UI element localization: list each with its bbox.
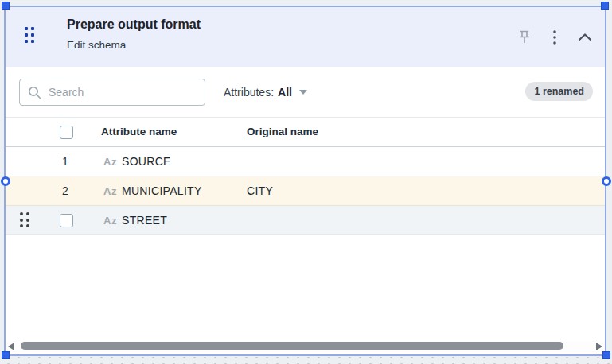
panel-header[interactable]: Prepare output format Edit schema [6, 7, 605, 67]
scroll-left-arrow[interactable] [8, 343, 14, 350]
prepare-output-format-panel: Prepare output format Edit schema [4, 6, 606, 356]
collapse-chevron-icon[interactable] [576, 29, 594, 46]
row-number: 1 [57, 155, 73, 168]
string-type-icon: Az [103, 215, 117, 227]
string-type-icon: Az [103, 185, 117, 197]
output-port[interactable] [602, 176, 611, 186]
kebab-menu-icon[interactable] [546, 29, 563, 46]
attributes-filter-label: Attributes: [224, 86, 274, 99]
string-type-icon: Az [103, 156, 117, 168]
select-all-checkbox[interactable] [60, 126, 73, 139]
input-port[interactable] [1, 176, 10, 186]
table-row-hovered[interactable]: Az STREET [6, 206, 605, 235]
table-row-renamed[interactable]: 2 Az MUNICIPALITY CITY [6, 176, 605, 206]
attributes-filter-value: All [278, 86, 292, 99]
original-name-cell: CITY [247, 184, 273, 197]
attribute-name-cell[interactable]: MUNICIPALITY [122, 184, 202, 197]
row-drag-handle-icon[interactable] [20, 212, 30, 229]
resize-handle-bottom-right[interactable] [602, 351, 610, 359]
attributes-filter-dropdown[interactable]: Attributes: All [224, 67, 307, 117]
resize-handle-bottom-left[interactable] [2, 351, 10, 359]
panel-title: Prepare output format [67, 17, 201, 32]
scrollbar-thumb[interactable] [21, 342, 563, 350]
row-number: 2 [57, 184, 73, 197]
scroll-right-arrow[interactable] [596, 343, 602, 350]
canvas-grid [0, 357, 612, 364]
dropdown-caret-icon [299, 90, 307, 95]
column-header-original-name: Original name [247, 126, 318, 137]
panel-subtitle: Edit schema [67, 39, 126, 51]
table-row[interactable]: 1 Az SOURCE [6, 147, 605, 176]
panel-drag-handle-icon[interactable] [25, 27, 35, 45]
resize-handle-top-right[interactable] [601, 2, 609, 10]
attribute-name-cell[interactable]: SOURCE [122, 155, 171, 168]
resize-handle-top-left[interactable] [2, 2, 10, 10]
search-input[interactable] [49, 86, 184, 99]
search-icon [28, 86, 41, 99]
horizontal-scrollbar[interactable] [6, 341, 605, 352]
table-header-row: Attribute name Original name [6, 118, 605, 147]
toolbar: Attributes: All 1 renamed [6, 67, 605, 117]
attribute-name-cell[interactable]: STREET [122, 214, 167, 227]
search-box[interactable] [19, 79, 205, 106]
row-checkbox[interactable] [60, 214, 73, 227]
column-header-attribute-name: Attribute name [101, 126, 177, 137]
renamed-count-badge: 1 renamed [525, 82, 593, 101]
pin-icon[interactable] [516, 29, 533, 46]
